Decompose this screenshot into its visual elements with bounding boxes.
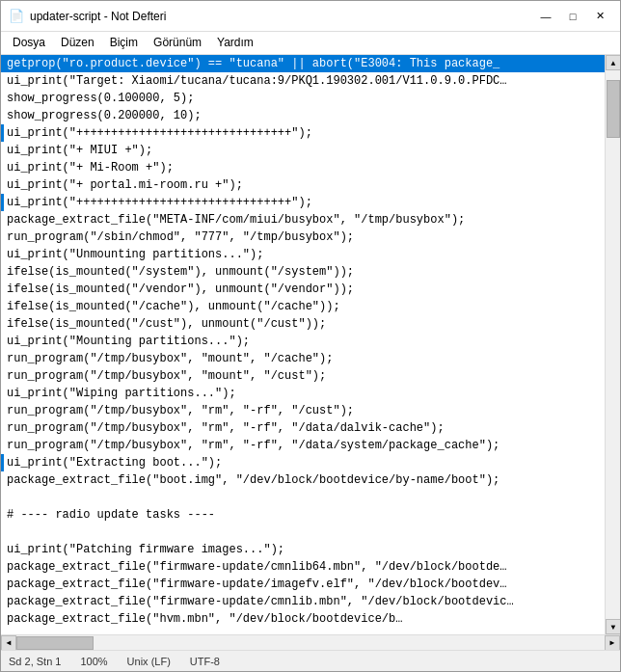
code-line: package_extract_file("firmware-update/im… bbox=[1, 576, 605, 593]
scroll-left-button[interactable]: ◀ bbox=[1, 635, 16, 651]
code-line: ui_print("+ Mi-Room +"); bbox=[1, 159, 605, 176]
code-line: ifelse(is_mounted("/system"), unmount("/… bbox=[1, 263, 605, 281]
scroll-thumb[interactable] bbox=[607, 80, 620, 138]
line-ending: Unix (LF) bbox=[127, 656, 171, 667]
code-line: ui_print("Wiping partitions..."); bbox=[1, 385, 605, 402]
code-line: run_program("/tmp/busybox", "rm", "-rf",… bbox=[1, 402, 605, 419]
code-line: ui_print("+ MIUI +"); bbox=[1, 142, 605, 159]
minimize-button[interactable]: — bbox=[533, 7, 558, 26]
code-line: package_extract_file("hvm.mbn", "/dev/bl… bbox=[1, 610, 605, 628]
code-line: ui_print("Extracting boot..."); bbox=[1, 454, 605, 471]
code-line: package_extract_file("firmware-update/cm… bbox=[1, 593, 605, 610]
vertical-scrollbar[interactable]: ▲ ▼ bbox=[605, 55, 620, 634]
code-line: ui_print("++++++++++++++++++++++++++++++… bbox=[1, 124, 605, 142]
scroll-h-thumb[interactable] bbox=[16, 636, 94, 650]
menu-dosya[interactable]: Dosya bbox=[5, 34, 53, 52]
code-content[interactable]: getprop("ro.product.device") == "tucana"… bbox=[1, 55, 605, 634]
code-line: ui_print("+ portal.mi-room.ru +"); bbox=[1, 176, 605, 194]
zoom-level: 100% bbox=[80, 656, 107, 667]
code-line: ui_print("Patching firmware images..."); bbox=[1, 541, 605, 558]
code-line: run_program("/tmp/busybox", "mount", "/c… bbox=[1, 350, 605, 367]
code-line: show_progress(0.200000, 10); bbox=[1, 107, 605, 124]
title-bar: 📄 updater-script - Not Defteri — □ ✕ bbox=[1, 1, 620, 32]
code-line: ifelse(is_mounted("/cache"), unmount("/c… bbox=[1, 298, 605, 315]
horizontal-scrollbar[interactable]: ◀ ▶ bbox=[1, 634, 620, 650]
title-bar-left: 📄 updater-script - Not Defteri bbox=[9, 9, 166, 24]
code-line: ifelse(is_mounted("/cust"), unmount("/cu… bbox=[1, 315, 605, 333]
status-bar: Sd 2, Stn 1 100% Unix (LF) UTF-8 bbox=[1, 650, 620, 671]
editor-area: getprop("ro.product.device") == "tucana"… bbox=[1, 55, 620, 634]
code-line: run_program("/sbin/chmod", "777", "/tmp/… bbox=[1, 228, 605, 246]
code-line: run_program("/tmp/busybox", "mount", "/c… bbox=[1, 367, 605, 385]
menu-yardim[interactable]: Yardım bbox=[209, 34, 261, 52]
scroll-h-track[interactable] bbox=[16, 635, 605, 651]
scroll-track[interactable] bbox=[606, 70, 620, 619]
maximize-button[interactable]: □ bbox=[560, 7, 585, 26]
bottom-area: ◀ ▶ Sd 2, Stn 1 100% Unix (LF) UTF-8 bbox=[1, 634, 620, 671]
code-line: package_extract_file("firmware-update/cm… bbox=[1, 558, 605, 576]
code-line: run_program("/tmp/busybox", "rm", "-rf",… bbox=[1, 437, 605, 454]
code-line: show_progress(0.100000, 5); bbox=[1, 90, 605, 107]
app-icon: 📄 bbox=[9, 9, 24, 24]
main-window: 📄 updater-script - Not Defteri — □ ✕ Dos… bbox=[0, 0, 621, 672]
code-line: package_extract_file("boot.img", "/dev/b… bbox=[1, 471, 605, 489]
code-line: ui_print("Mounting partitions..."); bbox=[1, 333, 605, 350]
cursor-position: Sd 2, Stn 1 bbox=[9, 656, 61, 667]
code-line: getprop("ro.product.device") == "tucana"… bbox=[1, 55, 605, 72]
menu-gorunum[interactable]: Görünüm bbox=[146, 34, 209, 52]
scroll-right-button[interactable]: ▶ bbox=[605, 635, 620, 651]
code-line: ui_print("++++++++++++++++++++++++++++++… bbox=[1, 194, 605, 211]
menu-bicim[interactable]: Biçim bbox=[102, 34, 146, 52]
code-line: run_program("/tmp/busybox", "rm", "-rf",… bbox=[1, 419, 605, 437]
code-line: ui_print("Unmounting partitions..."); bbox=[1, 246, 605, 263]
scroll-down-button[interactable]: ▼ bbox=[606, 619, 620, 634]
menu-duzen[interactable]: Düzen bbox=[53, 34, 102, 52]
code-lines: getprop("ro.product.device") == "tucana"… bbox=[1, 55, 605, 628]
title-bar-controls: — □ ✕ bbox=[533, 7, 612, 26]
code-line: # ---- radio update tasks ---- bbox=[1, 506, 605, 524]
code-line: package_extract_file("META-INF/com/miui/… bbox=[1, 211, 605, 228]
code-line bbox=[1, 524, 605, 541]
code-line: ui_print("Target: Xiaomi/tucana/tucana:9… bbox=[1, 72, 605, 90]
window-title: updater-script - Not Defteri bbox=[30, 10, 166, 23]
scroll-up-button[interactable]: ▲ bbox=[606, 55, 620, 70]
code-line bbox=[1, 489, 605, 506]
close-button[interactable]: ✕ bbox=[587, 7, 612, 26]
menu-bar: Dosya Düzen Biçim Görünüm Yardım bbox=[1, 32, 620, 55]
encoding: UTF-8 bbox=[190, 656, 220, 667]
code-line: ifelse(is_mounted("/vendor"), unmount("/… bbox=[1, 281, 605, 298]
